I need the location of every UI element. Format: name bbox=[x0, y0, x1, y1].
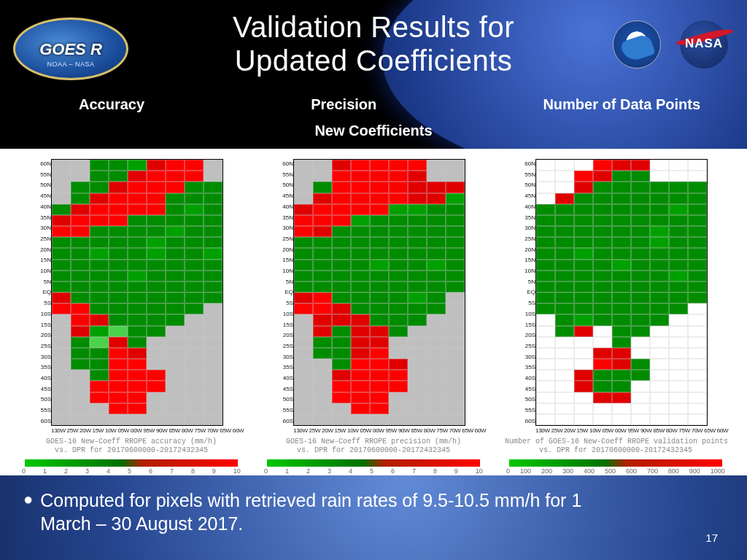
x-axis-precision: 130W 25W 20W 15W 10W 05W 00W 95W 90W 85W… bbox=[293, 427, 465, 434]
bullet-icon: ● bbox=[23, 489, 33, 510]
y-axis-npts: 60N55N50N45N40N35N30N25N20N15N10N5NEQ5S1… bbox=[509, 159, 535, 426]
colorbar-accuracy: 012345678910 bbox=[20, 459, 242, 474]
nasa-logo-icon: NASA bbox=[676, 20, 732, 69]
goesr-sublabel: NOAA – NASA bbox=[15, 61, 126, 68]
caption-npts: Number of GOES-16 New-Coeff RROPE valida… bbox=[505, 438, 727, 455]
footer-text: Computed for pixels with retrieved rain … bbox=[40, 489, 595, 535]
noaa-logo-icon bbox=[613, 20, 661, 69]
x-axis-npts: 130W 25W 20W 15W 10W 05W 00W 95W 90W 85W… bbox=[535, 427, 708, 434]
title-line-2: Updated Coefficients bbox=[235, 44, 513, 77]
nasa-label: NASA bbox=[676, 36, 732, 51]
colorbar-npts: 01002003004005006007008009001000 bbox=[505, 459, 727, 474]
title-line-1: Validation Results for bbox=[233, 11, 514, 43]
grid-npts bbox=[535, 159, 708, 426]
caption-accuracy: GOES-16 New-Coeff RROPE accuracy (mm/h) … bbox=[20, 438, 242, 455]
grid-precision bbox=[293, 159, 465, 426]
slide-header: Validation Results for Updated Coefficie… bbox=[0, 0, 747, 149]
y-axis-precision: 60N55N50N45N40N35N30N25N20N15N10N5NEQ5S1… bbox=[267, 159, 293, 426]
col-npts: Number of Data Points bbox=[543, 96, 700, 113]
slide-footer: ● Computed for pixels with retrieved rai… bbox=[0, 475, 747, 560]
map-accuracy: 60N55N50N45N40N35N30N25N20N15N10N5NEQ5S1… bbox=[20, 159, 242, 472]
caption-precision: GOES-16 New-Coeff RROPE precision (mm/h)… bbox=[263, 438, 484, 455]
maps-row: 60N55N50N45N40N35N30N25N20N15N10N5NEQ5S1… bbox=[0, 149, 747, 475]
goesr-label: GOES R bbox=[15, 42, 126, 58]
column-headers: Accuracy Precision Number of Data Points bbox=[0, 96, 747, 113]
y-axis-accuracy: 60N55N50N45N40N35N30N25N20N15N10N5NEQ5S1… bbox=[25, 159, 51, 426]
agency-logos: NASA bbox=[613, 20, 732, 69]
page-number: 17 bbox=[705, 532, 718, 544]
col-accuracy: Accuracy bbox=[79, 96, 144, 113]
col-precision: Precision bbox=[311, 96, 376, 113]
goesr-badge-icon: GOES R NOAA – NASA bbox=[13, 18, 128, 80]
map-precision: 60N55N50N45N40N35N30N25N20N15N10N5NEQ5S1… bbox=[263, 159, 484, 472]
map-npts: 60N55N50N45N40N35N30N25N20N15N10N5NEQ5S1… bbox=[505, 159, 727, 472]
colorbar-precision: 012345678910 bbox=[263, 459, 484, 474]
subheader: New Coefficients bbox=[0, 122, 747, 139]
x-axis-accuracy: 130W 25W 20W 15W 10W 05W 00W 95W 90W 85W… bbox=[51, 427, 223, 434]
grid-accuracy bbox=[51, 159, 223, 426]
